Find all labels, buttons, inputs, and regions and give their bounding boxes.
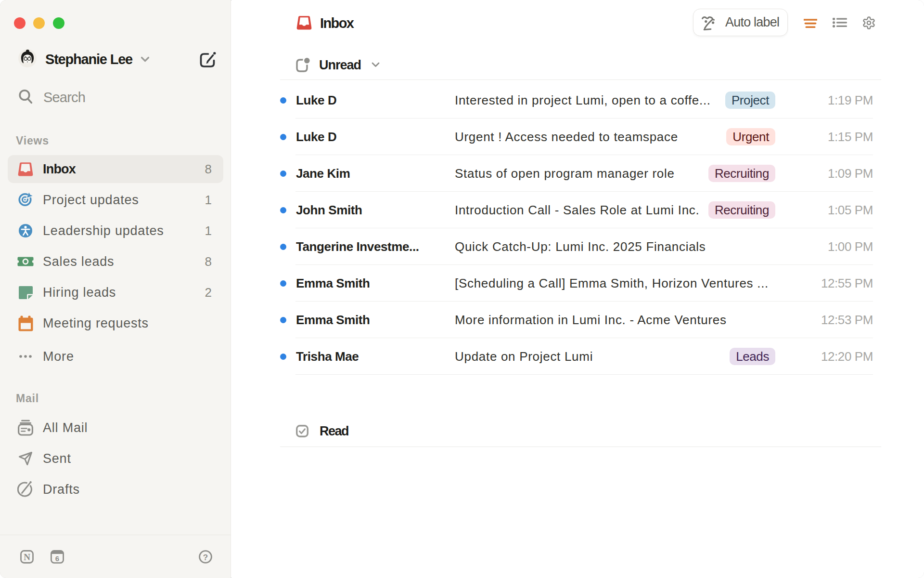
svg-text:N: N [24,552,30,562]
svg-text:?: ? [203,553,208,562]
svg-text:6: 6 [55,554,59,563]
